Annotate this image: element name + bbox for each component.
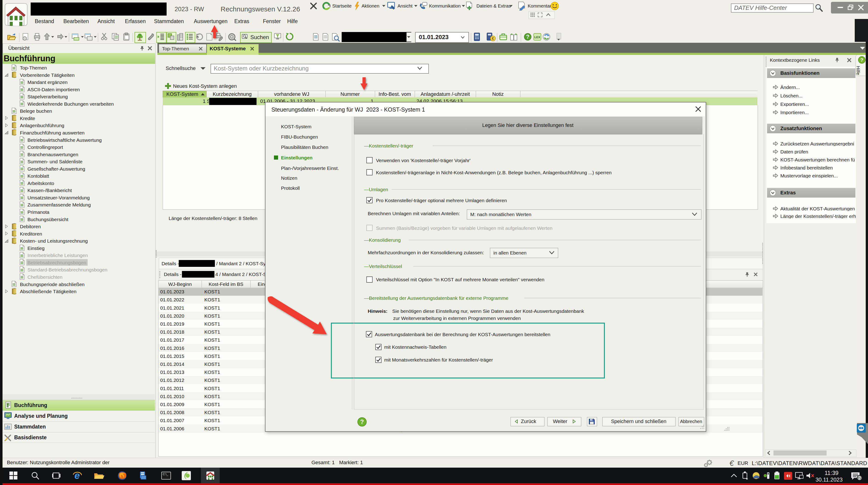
svg-text:2: 2	[858, 475, 861, 480]
svg-text:C:\_: C:\_	[163, 473, 168, 476]
